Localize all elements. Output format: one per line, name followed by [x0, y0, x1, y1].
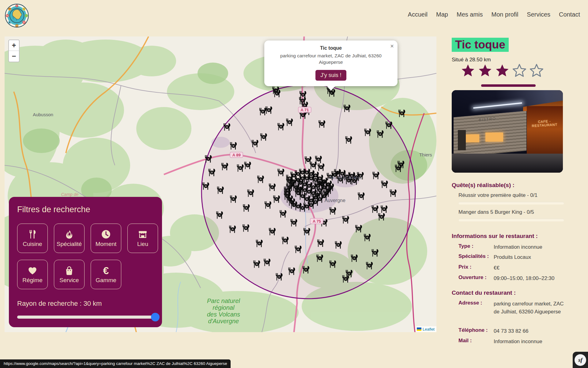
browser-status-bar: https://www.google.com/maps/search/?api=…	[0, 359, 231, 368]
nav-accueil[interactable]: Accueil	[408, 11, 428, 18]
filter-label: Lieu	[137, 241, 148, 247]
flame-icon	[64, 229, 74, 240]
nav-map[interactable]: Map	[436, 11, 448, 18]
zoom-out-button[interactable]: −	[9, 51, 19, 62]
filter-label: Régime	[22, 277, 42, 284]
map-attribution: Leaflet	[416, 326, 436, 332]
quest-progress-bar	[458, 219, 564, 221]
nav-services[interactable]: Services	[527, 11, 550, 18]
symfony-icon: sf	[575, 354, 586, 366]
map-canvas[interactable]: AubussonThiersCamp dePont-du-ChâteauAuve…	[5, 36, 436, 332]
quest-label: Réussir votre première quête - 0/1	[458, 192, 537, 198]
radius-slider-thumb[interactable]	[151, 313, 160, 321]
info-label: Type :	[458, 243, 473, 249]
star-rating[interactable]	[460, 63, 544, 78]
info-value: €€	[494, 264, 567, 272]
site-logo[interactable]	[4, 2, 30, 29]
zoom-in-button[interactable]: +	[9, 40, 19, 51]
contact-label: Téléphone :	[458, 327, 488, 333]
heart-icon	[27, 265, 38, 276]
contact-value: parking carrefour market, ZAC de Julhiat…	[494, 300, 566, 316]
info-value: Produits Locaux	[494, 253, 567, 261]
radius-label: Rayon de recherche : 30 km	[17, 300, 154, 308]
nav-contact[interactable]: Contact	[559, 11, 580, 18]
popup-tail	[327, 86, 335, 91]
star-filled-icon[interactable]	[495, 63, 510, 78]
info-value: 09:00–15:00, 18:00–22:30	[494, 274, 567, 282]
map-zoom-control: + −	[8, 40, 20, 62]
filter-specialite-button[interactable]: Spécialité	[54, 224, 85, 253]
symfony-toolbar-toggle[interactable]: sf	[573, 352, 588, 368]
filter-regime-button[interactable]: Régime	[17, 260, 48, 289]
info-label: Ouverture :	[458, 274, 487, 281]
bag-icon	[64, 265, 74, 276]
filter-label: Cuisine	[23, 241, 42, 247]
main-nav: Accueil Map Mes amis Mon profil Services…	[408, 11, 580, 18]
restaurant-photo: BISTRO CAFE - RESTAURANT	[452, 90, 563, 173]
star-filled-icon[interactable]	[477, 63, 493, 78]
info-heading: Informations sur le restaurant :	[452, 233, 538, 240]
contact-label: Adresse :	[458, 300, 482, 306]
info-label: Spécialités :	[458, 253, 489, 259]
filter-gamme-button[interactable]: € Gamme	[91, 260, 121, 289]
quest-label: Manger dans 5 Burger King - 0/5	[458, 209, 534, 215]
radius-slider[interactable]	[17, 316, 159, 319]
filter-label: Gamme	[96, 277, 116, 284]
filter-lieu-button[interactable]: Lieu	[127, 224, 158, 253]
leaflet-link[interactable]: Leaflet	[423, 327, 435, 332]
contact-value: Information inconnue	[494, 338, 567, 346]
rating-underline	[481, 84, 536, 87]
map-popup: × Tic toque parking carrefour market, ZA…	[264, 40, 398, 86]
filter-moment-button[interactable]: Moment	[91, 224, 121, 253]
restaurant-distance: Situé à 28.50 km	[452, 57, 491, 63]
filter-cuisine-button[interactable]: Cuisine	[17, 224, 48, 253]
restaurant-title: Tic toque	[452, 38, 509, 52]
fork-knife-icon	[27, 229, 38, 240]
euro-icon: €	[103, 265, 109, 276]
contact-label: Mail :	[458, 338, 472, 344]
contact-heading: Contact du restaurant :	[452, 289, 516, 296]
filter-service-button[interactable]: Service	[54, 260, 85, 289]
clock-icon	[101, 229, 111, 240]
storefront-icon	[138, 229, 148, 240]
nav-mon-profil[interactable]: Mon profil	[492, 11, 518, 18]
filters-panel: Filtres de recherche Cuisine Spécialité	[9, 197, 162, 327]
contact-value: 04 73 33 82 66	[494, 327, 567, 335]
quest-progress-bar	[458, 202, 564, 205]
filter-label: Spécialité	[57, 241, 82, 247]
star-empty-icon[interactable]	[512, 63, 527, 78]
info-label: Prix :	[458, 264, 472, 270]
jy-suis-button[interactable]: J'y suis !	[315, 70, 346, 81]
quests-heading: Quête(s) réalisable(s) :	[452, 182, 514, 189]
star-filled-icon[interactable]	[460, 63, 476, 78]
nav-mes-amis[interactable]: Mes amis	[457, 11, 483, 18]
filter-label: Service	[59, 277, 79, 284]
popup-address: parking carrefour market, ZAC de Julhiat…	[276, 53, 386, 66]
filter-label: Moment	[96, 241, 117, 247]
popup-title: Tic toque	[271, 45, 391, 51]
star-empty-icon[interactable]	[529, 63, 544, 78]
info-value: Information inconnue	[494, 243, 567, 251]
ukraine-flag-icon	[417, 328, 421, 331]
popup-close-icon[interactable]: ×	[390, 43, 394, 49]
filters-title: Filtres de recherche	[17, 205, 154, 214]
